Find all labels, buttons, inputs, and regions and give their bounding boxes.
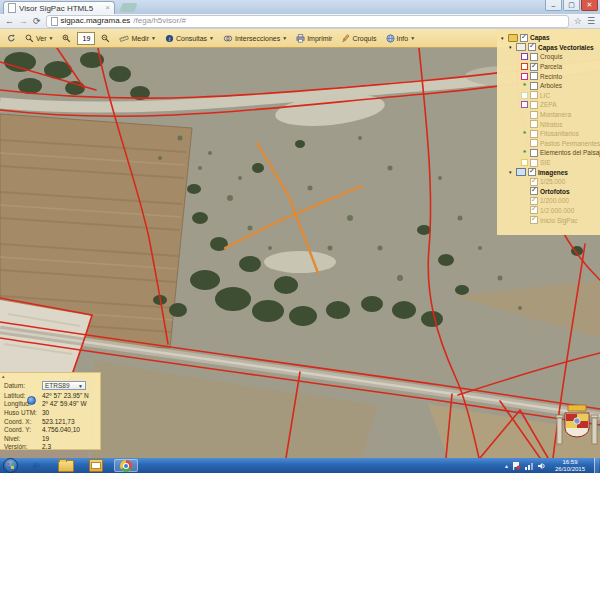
layer-item-capas-vectoriales[interactable]: ▾ Capas Vectoriales <box>500 43 598 53</box>
layer-checkbox[interactable] <box>530 149 538 157</box>
layer-item-imagenes[interactable]: ▾ Imagenes <box>500 167 598 177</box>
layer-checkbox[interactable] <box>530 111 538 119</box>
layer-item-pastos-permanentes[interactable]: Pastos Permanentes <box>500 139 598 149</box>
coord-x-row: Coord. X: 523.121,73 <box>4 417 100 426</box>
layer-checkbox[interactable] <box>530 130 538 138</box>
tab-favicon-icon <box>8 3 16 13</box>
layer-checkbox[interactable] <box>528 168 536 176</box>
ver-button[interactable]: Ver▼ <box>22 33 56 44</box>
layer-item-recinto[interactable]: Recinto <box>500 71 598 81</box>
window-maximize-button[interactable]: ▢ <box>563 0 580 11</box>
layer-item-elementos-del-paisaje[interactable]: * Elementos del Paisaje <box>500 148 598 158</box>
chrome-icon <box>120 460 132 472</box>
page-icon <box>51 17 58 26</box>
layer-swatch <box>521 53 528 60</box>
layer-checkbox[interactable] <box>530 216 538 224</box>
layer-checkbox[interactable] <box>530 206 538 214</box>
layer-item-croquis[interactable]: Croquis <box>500 52 598 62</box>
globe-coordinates-icon <box>27 396 36 405</box>
layer-checkbox[interactable] <box>530 159 538 167</box>
taskbar-explorer-button[interactable] <box>54 459 78 472</box>
layer-item-nitratos[interactable]: Nitratos <box>500 119 598 129</box>
info-button[interactable]: Info▼ <box>383 33 419 44</box>
browser-tab[interactable]: Visor SigPac HTML5 × <box>3 1 115 14</box>
layer-checkbox[interactable] <box>530 187 538 195</box>
layer-swatch <box>521 92 528 99</box>
taskbar-clock[interactable]: 16:59 26/10/2015 <box>549 459 591 472</box>
zoom-level-input[interactable] <box>77 32 95 45</box>
bookmark-star-icon[interactable]: ☆ <box>574 16 582 26</box>
system-tray-icons[interactable] <box>512 461 546 471</box>
layer-checkbox[interactable] <box>528 43 536 51</box>
layer-item-lic[interactable]: LIC <box>500 91 598 101</box>
new-tab-button[interactable] <box>120 3 138 12</box>
taskbar-outlook-button[interactable] <box>84 459 108 472</box>
consultas-button[interactable]: i Consultas▼ <box>162 33 217 44</box>
window-close-button[interactable]: ✕ <box>581 0 598 11</box>
footer-area: cocampo <box>0 473 600 615</box>
layer-checkbox[interactable] <box>530 101 538 109</box>
layer-item-zepa[interactable]: ZEPA <box>500 100 598 110</box>
window-minimize-button[interactable]: – <box>545 0 562 11</box>
show-desktop-button[interactable] <box>594 458 599 473</box>
panel-collapse-icon[interactable]: ▴ <box>2 374 5 379</box>
layer-checkbox[interactable] <box>530 63 538 71</box>
layer-item-1-200000[interactable]: 1/200.000 <box>500 196 598 206</box>
expander-icon[interactable]: ▾ <box>509 44 514 50</box>
zoom-out-button[interactable] <box>98 33 113 44</box>
layer-item-1-25000[interactable]: 1/25.000 <box>500 177 598 187</box>
action-center-flag-icon <box>513 462 521 470</box>
forward-icon[interactable]: → <box>19 16 28 26</box>
back-icon[interactable]: ← <box>5 16 14 26</box>
hidden-icons-button[interactable]: ▲ <box>504 463 509 469</box>
layer-item-1-2000000[interactable]: 1/2.000.000 <box>500 206 598 216</box>
layer-checkbox[interactable] <box>530 82 538 90</box>
layer-checkbox[interactable] <box>530 53 538 61</box>
internet-explorer-icon: e <box>33 459 40 473</box>
layer-swatch <box>521 101 528 108</box>
asterisk-icon: * <box>521 150 528 156</box>
tab-close-icon[interactable]: × <box>105 4 110 12</box>
layer-item-fitosanitarios[interactable]: * Fitosanitarios <box>500 129 598 139</box>
intersecciones-button[interactable]: Intersecciones▼ <box>220 33 290 44</box>
croquis-button[interactable]: Croquis <box>338 33 379 44</box>
layer-checkbox[interactable] <box>530 178 538 186</box>
layer-checkbox[interactable] <box>520 34 528 42</box>
address-bar[interactable]: sigpac.magrama.es/fega/h5visor/# <box>46 15 569 28</box>
layer-checkbox[interactable] <box>530 139 538 147</box>
layer-checkbox[interactable] <box>530 72 538 80</box>
layer-item-montanera[interactable]: Montanera <box>500 110 598 120</box>
version-row: Versión: 2.3 <box>4 443 100 452</box>
ruler-icon <box>119 34 129 43</box>
outlook-icon <box>89 459 103 472</box>
start-button[interactable] <box>3 458 18 473</box>
windows-logo-icon <box>7 463 14 469</box>
layer-item-inicio-sigpac[interactable]: Inicio SigPac <box>500 215 598 225</box>
layer-checkbox[interactable] <box>530 197 538 205</box>
screenshot-stage: Visor SigPac HTML5 × – ▢ ✕ ← → ⟳ sigpac.… <box>0 0 600 615</box>
image-layers-icon <box>516 168 526 176</box>
menu-icon[interactable]: ☰ <box>587 16 595 26</box>
pan-refresh-button[interactable] <box>4 33 19 44</box>
layer-item-ortofotos[interactable]: Ortofotos <box>500 187 598 197</box>
taskbar-chrome-button[interactable] <box>114 459 138 472</box>
layer-item-sie[interactable]: SIE <box>500 158 598 168</box>
layer-checkbox[interactable] <box>530 91 538 99</box>
windows-taskbar: e ▲ 16:59 26/10/2015 <box>0 458 600 473</box>
taskbar-ie-button[interactable]: e <box>24 459 48 472</box>
expander-icon[interactable]: ▾ <box>509 169 514 175</box>
layer-item-arboles[interactable]: * Arboles <box>500 81 598 91</box>
reload-icon[interactable]: ⟳ <box>33 16 41 26</box>
layer-item-capas[interactable]: ▾ Capas <box>500 33 598 43</box>
datum-select[interactable]: ETRS89▼ <box>42 381 86 390</box>
layer-item-parcela[interactable]: Parcela <box>500 62 598 72</box>
expander-icon[interactable]: ▾ <box>501 35 506 41</box>
latitude-row: Latitud: 42º 57' 23.95" N <box>4 391 100 400</box>
zoom-in-button[interactable] <box>59 33 74 44</box>
medir-button[interactable]: Medir▼ <box>116 33 158 44</box>
speaker-icon <box>538 462 544 468</box>
consultas-icon: i <box>165 34 174 43</box>
clock-date: 26/10/2015 <box>549 466 591 473</box>
imprimir-button[interactable]: Imprimir <box>293 33 335 44</box>
layer-checkbox[interactable] <box>530 120 538 128</box>
